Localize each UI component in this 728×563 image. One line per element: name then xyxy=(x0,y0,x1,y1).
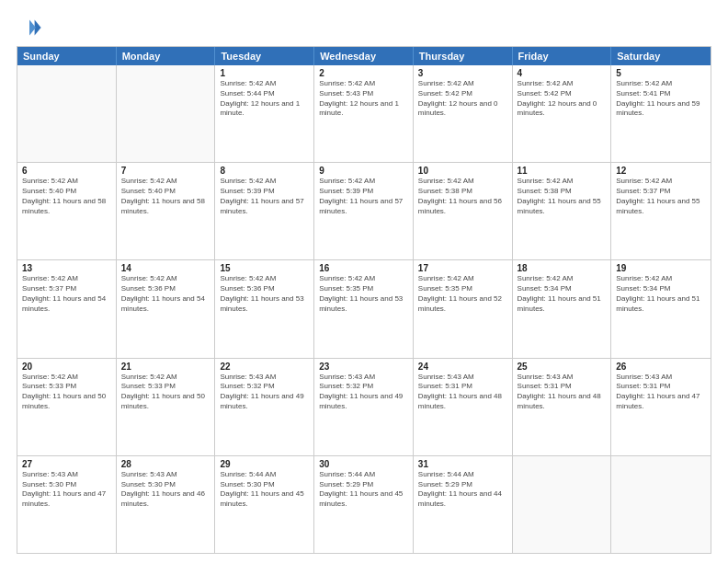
cal-cell: 13Sunrise: 5:42 AMSunset: 5:37 PMDayligh… xyxy=(17,260,117,357)
cal-cell: 31Sunrise: 5:44 AMSunset: 5:29 PMDayligh… xyxy=(414,456,513,553)
week-row-3: 13Sunrise: 5:42 AMSunset: 5:37 PMDayligh… xyxy=(17,259,711,357)
day-number: 23 xyxy=(319,362,408,372)
logo-icon xyxy=(17,15,42,40)
cal-cell: 22Sunrise: 5:43 AMSunset: 5:32 PMDayligh… xyxy=(215,359,314,455)
day-info: Sunrise: 5:42 AMSunset: 5:42 PMDaylight:… xyxy=(518,79,607,119)
cal-cell: 5Sunrise: 5:42 AMSunset: 5:41 PMDaylight… xyxy=(611,65,711,162)
header-day-wednesday: Wednesday xyxy=(314,47,414,65)
day-info: Sunrise: 5:42 AMSunset: 5:40 PMDaylight:… xyxy=(22,177,111,216)
day-number: 22 xyxy=(220,362,309,372)
day-number: 4 xyxy=(518,68,607,78)
cal-cell xyxy=(611,456,711,553)
day-info: Sunrise: 5:43 AMSunset: 5:30 PMDaylight:… xyxy=(22,470,111,510)
cal-cell: 12Sunrise: 5:42 AMSunset: 5:37 PMDayligh… xyxy=(611,163,711,259)
day-info: Sunrise: 5:43 AMSunset: 5:31 PMDaylight:… xyxy=(418,373,507,412)
day-number: 6 xyxy=(22,166,111,176)
day-info: Sunrise: 5:42 AMSunset: 5:39 PMDaylight:… xyxy=(319,177,408,216)
day-number: 21 xyxy=(121,362,210,372)
cal-cell: 8Sunrise: 5:42 AMSunset: 5:39 PMDaylight… xyxy=(215,163,314,259)
cal-cell: 24Sunrise: 5:43 AMSunset: 5:31 PMDayligh… xyxy=(414,359,513,455)
cal-cell: 28Sunrise: 5:43 AMSunset: 5:30 PMDayligh… xyxy=(117,456,216,553)
day-number: 2 xyxy=(319,68,408,78)
day-number: 27 xyxy=(22,459,111,469)
header-day-sunday: Sunday xyxy=(17,47,117,65)
day-info: Sunrise: 5:43 AMSunset: 5:31 PMDaylight:… xyxy=(616,373,706,412)
cal-cell: 1Sunrise: 5:42 AMSunset: 5:44 PMDaylight… xyxy=(215,65,314,162)
week-row-2: 6Sunrise: 5:42 AMSunset: 5:40 PMDaylight… xyxy=(17,162,711,259)
page: SundayMondayTuesdayWednesdayThursdayFrid… xyxy=(0,0,728,563)
header-day-friday: Friday xyxy=(513,47,612,65)
day-info: Sunrise: 5:42 AMSunset: 5:35 PMDaylight:… xyxy=(319,274,408,314)
day-number: 18 xyxy=(518,263,607,273)
day-info: Sunrise: 5:42 AMSunset: 5:35 PMDaylight:… xyxy=(418,274,507,314)
day-number: 24 xyxy=(418,362,507,372)
day-info: Sunrise: 5:42 AMSunset: 5:36 PMDaylight:… xyxy=(220,274,309,314)
cal-cell: 27Sunrise: 5:43 AMSunset: 5:30 PMDayligh… xyxy=(17,456,117,553)
header-day-thursday: Thursday xyxy=(414,47,513,65)
cal-cell xyxy=(513,456,612,553)
cal-cell xyxy=(117,65,216,162)
day-number: 8 xyxy=(220,166,309,176)
cal-cell: 15Sunrise: 5:42 AMSunset: 5:36 PMDayligh… xyxy=(215,260,314,357)
day-info: Sunrise: 5:43 AMSunset: 5:31 PMDaylight:… xyxy=(518,373,607,412)
cal-cell: 2Sunrise: 5:42 AMSunset: 5:43 PMDaylight… xyxy=(314,65,414,162)
day-info: Sunrise: 5:43 AMSunset: 5:32 PMDaylight:… xyxy=(220,373,309,412)
day-info: Sunrise: 5:43 AMSunset: 5:32 PMDaylight:… xyxy=(319,373,408,412)
day-number: 20 xyxy=(22,362,111,372)
day-info: Sunrise: 5:44 AMSunset: 5:29 PMDaylight:… xyxy=(319,470,408,510)
day-info: Sunrise: 5:44 AMSunset: 5:30 PMDaylight:… xyxy=(220,470,309,510)
day-info: Sunrise: 5:44 AMSunset: 5:29 PMDaylight:… xyxy=(418,470,507,510)
day-number: 16 xyxy=(319,263,408,273)
day-info: Sunrise: 5:42 AMSunset: 5:40 PMDaylight:… xyxy=(121,177,210,216)
day-number: 19 xyxy=(616,263,706,273)
header-day-tuesday: Tuesday xyxy=(215,47,314,65)
day-number: 26 xyxy=(616,362,706,372)
day-number: 17 xyxy=(418,263,507,273)
cal-cell: 3Sunrise: 5:42 AMSunset: 5:42 PMDaylight… xyxy=(414,65,513,162)
day-number: 30 xyxy=(319,459,408,469)
day-number: 25 xyxy=(518,362,607,372)
cal-cell: 10Sunrise: 5:42 AMSunset: 5:38 PMDayligh… xyxy=(414,163,513,259)
cal-cell: 16Sunrise: 5:42 AMSunset: 5:35 PMDayligh… xyxy=(314,260,414,357)
day-info: Sunrise: 5:42 AMSunset: 5:38 PMDaylight:… xyxy=(518,177,607,216)
day-number: 7 xyxy=(121,166,210,176)
cal-cell xyxy=(17,65,117,162)
day-number: 28 xyxy=(121,459,210,469)
day-number: 1 xyxy=(220,68,309,78)
calendar-body: 1Sunrise: 5:42 AMSunset: 5:44 PMDaylight… xyxy=(17,65,711,553)
cal-cell: 9Sunrise: 5:42 AMSunset: 5:39 PMDaylight… xyxy=(314,163,414,259)
cal-cell: 7Sunrise: 5:42 AMSunset: 5:40 PMDaylight… xyxy=(117,163,216,259)
cal-cell: 6Sunrise: 5:42 AMSunset: 5:40 PMDaylight… xyxy=(17,163,117,259)
day-number: 9 xyxy=(319,166,408,176)
day-number: 13 xyxy=(22,263,111,273)
day-info: Sunrise: 5:42 AMSunset: 5:38 PMDaylight:… xyxy=(418,177,507,216)
day-number: 10 xyxy=(418,166,507,176)
cal-cell: 30Sunrise: 5:44 AMSunset: 5:29 PMDayligh… xyxy=(314,456,414,553)
cal-cell: 11Sunrise: 5:42 AMSunset: 5:38 PMDayligh… xyxy=(513,163,612,259)
day-number: 3 xyxy=(418,68,507,78)
day-info: Sunrise: 5:42 AMSunset: 5:39 PMDaylight:… xyxy=(220,177,309,216)
day-number: 15 xyxy=(220,263,309,273)
day-info: Sunrise: 5:42 AMSunset: 5:33 PMDaylight:… xyxy=(22,373,111,412)
day-number: 5 xyxy=(616,68,706,78)
cal-cell: 14Sunrise: 5:42 AMSunset: 5:36 PMDayligh… xyxy=(117,260,216,357)
calendar-header: SundayMondayTuesdayWednesdayThursdayFrid… xyxy=(17,47,711,65)
day-number: 11 xyxy=(518,166,607,176)
day-info: Sunrise: 5:43 AMSunset: 5:30 PMDaylight:… xyxy=(121,470,210,510)
day-info: Sunrise: 5:42 AMSunset: 5:36 PMDaylight:… xyxy=(121,274,210,314)
day-info: Sunrise: 5:42 AMSunset: 5:34 PMDaylight:… xyxy=(616,274,706,314)
cal-cell: 19Sunrise: 5:42 AMSunset: 5:34 PMDayligh… xyxy=(611,260,711,357)
cal-cell: 29Sunrise: 5:44 AMSunset: 5:30 PMDayligh… xyxy=(215,456,314,553)
day-number: 14 xyxy=(121,263,210,273)
day-info: Sunrise: 5:42 AMSunset: 5:34 PMDaylight:… xyxy=(518,274,607,314)
logo xyxy=(17,15,46,40)
week-row-1: 1Sunrise: 5:42 AMSunset: 5:44 PMDaylight… xyxy=(17,65,711,162)
week-row-4: 20Sunrise: 5:42 AMSunset: 5:33 PMDayligh… xyxy=(17,358,711,455)
cal-cell: 18Sunrise: 5:42 AMSunset: 5:34 PMDayligh… xyxy=(513,260,612,357)
day-number: 31 xyxy=(418,459,507,469)
day-info: Sunrise: 5:42 AMSunset: 5:33 PMDaylight:… xyxy=(121,373,210,412)
header xyxy=(17,15,711,40)
day-info: Sunrise: 5:42 AMSunset: 5:37 PMDaylight:… xyxy=(616,177,706,216)
cal-cell: 26Sunrise: 5:43 AMSunset: 5:31 PMDayligh… xyxy=(611,359,711,455)
header-day-monday: Monday xyxy=(117,47,216,65)
